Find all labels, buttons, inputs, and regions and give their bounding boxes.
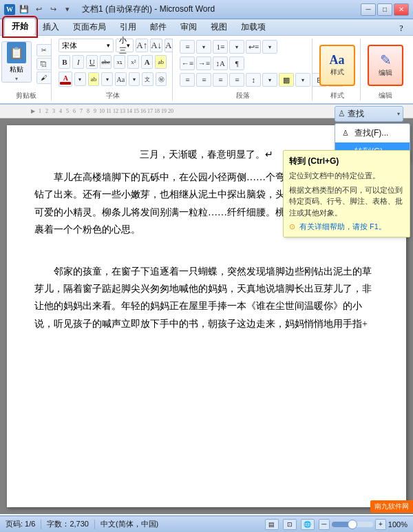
shading-button[interactable]: ▩: [279, 73, 294, 87]
paste-dropdown[interactable]: ▾: [15, 76, 18, 82]
bullets-dropdown[interactable]: ▾: [196, 40, 211, 54]
undo-quick-btn[interactable]: ↩: [32, 3, 45, 16]
tab-review[interactable]: 审阅: [173, 19, 204, 35]
zoom-slider-thumb: [348, 520, 357, 529]
tooltip-title: 转到 (Ctrl+G): [289, 155, 404, 167]
find-replace-toolbar[interactable]: ♙ 查找 ▾: [335, 106, 403, 122]
multilevel-button[interactable]: ↩≡: [246, 40, 261, 54]
word-count-status: 字数：2,730: [47, 519, 89, 529]
styles-group: Aa 样式 样式: [317, 39, 361, 100]
line-spacing-button[interactable]: ↕: [246, 73, 261, 87]
editing-group-label: 编辑: [379, 91, 392, 100]
bullets-button[interactable]: ≡: [180, 40, 195, 54]
ruler-marks: ▶ 1 2 3 4 5 6 7 8 9 10 11 12 13 14 15 16…: [31, 108, 174, 114]
close-button[interactable]: ✕: [394, 3, 409, 16]
styles-button[interactable]: Aa 样式: [319, 45, 355, 86]
zoom-slider[interactable]: [332, 522, 373, 527]
tab-insert[interactable]: 插入: [36, 19, 66, 35]
editing-button[interactable]: ✎ 编辑: [368, 45, 403, 86]
help-button[interactable]: ?: [394, 21, 409, 35]
font-dialog-button[interactable]: Aa: [115, 72, 127, 86]
enclosure-button[interactable]: ㊙: [156, 72, 167, 86]
status-bar: 页码: 1/6 字数：2,730 中文(简体，中国) ▤ ⊡ 🌐 ─ + 100…: [0, 515, 413, 532]
customize-quick-btn[interactable]: ▾: [61, 3, 74, 16]
numbering-dropdown[interactable]: ▾: [229, 40, 244, 54]
decrease-indent-button[interactable]: ←≡: [180, 56, 195, 70]
grow-font-button[interactable]: A↑: [136, 39, 148, 52]
shading-dropdown[interactable]: ▾: [295, 73, 310, 87]
find-menu-item[interactable]: ♙ 查找(F)...: [335, 124, 410, 142]
tab-page-layout[interactable]: 页面布局: [66, 19, 113, 35]
minimize-button[interactable]: ─: [361, 3, 376, 16]
save-quick-btn[interactable]: 💾: [18, 3, 30, 16]
clipboard-group: 📋 粘贴 ▾ ✂ ⿻ 🖌 剪贴板: [4, 39, 52, 100]
sort-button[interactable]: ↕A: [213, 56, 228, 70]
paste-icon: 📋: [7, 42, 26, 63]
format-painter-button[interactable]: 🖌: [36, 72, 52, 84]
superscript-button[interactable]: x²: [127, 55, 139, 69]
font-highlight-button[interactable]: ab: [155, 55, 167, 69]
font-size-dropdown[interactable]: 小三 ▾: [116, 39, 134, 52]
char-shading-button[interactable]: ab: [88, 72, 100, 86]
font-name-dropdown[interactable]: 宋体 ▾: [59, 39, 114, 52]
font-size-arrow: ▾: [127, 42, 130, 49]
font-group: 宋体 ▾ 小三 ▾ A↑ A↓ A B I U abc x₁ x² A: [56, 39, 173, 100]
copy-button[interactable]: ⿻: [36, 58, 52, 70]
paste-button[interactable]: 📋 粘贴 ▾: [1, 41, 32, 83]
font-color-indicator: [60, 82, 71, 85]
cut-button[interactable]: ✂: [36, 44, 52, 56]
zoom-out-button[interactable]: ─: [319, 519, 330, 530]
full-screen-view-btn[interactable]: ⊡: [283, 519, 297, 530]
bold-button[interactable]: B: [59, 55, 70, 69]
line-spacing-dropdown[interactable]: ▾: [262, 73, 277, 87]
zoom-in-button[interactable]: +: [375, 519, 386, 530]
redo-quick-btn[interactable]: ↪: [47, 3, 59, 16]
styles-label: 样式: [330, 67, 344, 77]
title-bar-left: W 💾 ↩ ↪ ▾ 文档1 (自动保存的) - Microsoft Word: [4, 3, 215, 16]
shrink-font-button[interactable]: A↓: [150, 39, 162, 52]
editing-icon: ✎: [380, 53, 392, 67]
page-status: 页码: 1/6: [6, 519, 35, 529]
font-effects-button[interactable]: A: [141, 55, 153, 69]
increase-indent-button[interactable]: →≡: [196, 56, 211, 70]
align-left-button[interactable]: ≡: [180, 73, 195, 87]
underline-button[interactable]: U: [86, 55, 98, 69]
char-shading-dropdown[interactable]: ▾: [101, 72, 113, 86]
tab-home[interactable]: 开始: [4, 18, 36, 36]
font-color-dropdown[interactable]: ▾: [74, 72, 86, 86]
italic-button[interactable]: I: [72, 55, 84, 69]
paragraph-3: 邻家的孩童，在窗子下追逐着一只蝴蝶，突然发现墙脚边些刚钻出泥土的草芽儿，隔着窗子…: [34, 263, 379, 332]
paste-label: 粘贴: [10, 65, 23, 74]
clear-format-button[interactable]: A: [165, 39, 172, 52]
tab-references[interactable]: 引用: [113, 19, 143, 35]
web-view-btn[interactable]: 🌐: [301, 519, 315, 530]
strikethrough-button[interactable]: abc: [100, 55, 112, 69]
language-status: 中文(简体，中国): [100, 519, 158, 529]
editing-group: ✎ 编辑 编辑: [365, 39, 409, 100]
align-right-button[interactable]: ≡: [213, 73, 228, 87]
print-layout-view-btn[interactable]: ▤: [265, 519, 279, 530]
paragraph-label: 段落: [236, 91, 250, 100]
show-marks-button[interactable]: ¶: [229, 56, 244, 70]
styles-icon: Aa: [330, 54, 345, 66]
tab-view[interactable]: 视图: [204, 19, 234, 35]
restore-button[interactable]: □: [377, 3, 392, 16]
tab-addins[interactable]: 加载项: [234, 19, 273, 35]
font-color-button[interactable]: A: [59, 72, 72, 87]
editing-label: 编辑: [379, 68, 392, 78]
find-dropdown-arrow[interactable]: ▾: [397, 111, 400, 117]
tab-mailings[interactable]: 邮件: [143, 19, 173, 35]
status-divider-2: [94, 520, 95, 529]
justify-button[interactable]: ≡: [229, 73, 244, 87]
paragraph-group: ≡ ▾ 1≡ ▾ ↩≡ ▾ ←≡ →≡ ↕A ¶ ≡ ≡ ≡ ≡ ↕ ▾ ▩: [177, 39, 313, 100]
aa-dropdown[interactable]: ▾: [129, 72, 140, 86]
ribbon: 📋 粘贴 ▾ ✂ ⿻ 🖌 剪贴板 宋体 ▾ 小三 ▾: [0, 36, 413, 105]
numbering-button[interactable]: 1≡: [213, 40, 228, 54]
clipboard-label: 剪贴板: [16, 91, 36, 100]
tooltip-desc2: 根据文档类型的不同，可以定位到特定页码、行号、脚注、表格、批注或其他对象。: [289, 184, 404, 219]
subscript-button[interactable]: x₁: [114, 55, 125, 69]
pinyin-button[interactable]: 文: [142, 72, 153, 86]
align-center-button[interactable]: ≡: [196, 73, 211, 87]
find-menu-label: 查找(F)...: [354, 127, 388, 139]
multilevel-dropdown[interactable]: ▾: [262, 40, 277, 54]
